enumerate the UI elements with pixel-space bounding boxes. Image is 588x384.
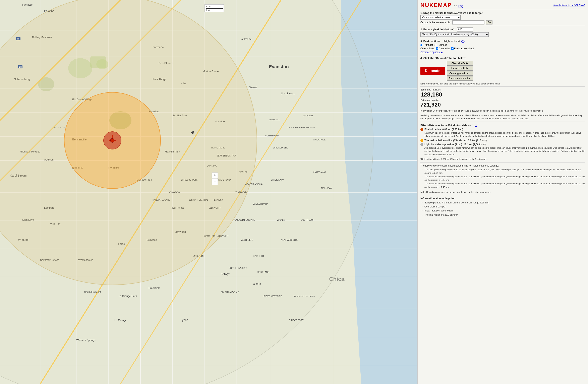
detonate-button[interactable]: Detonate — [420, 67, 445, 75]
thermal-dot — [420, 139, 423, 142]
faq-link[interactable]: FAQ — [458, 5, 463, 8]
advanced-row: Advanced options: ▶ — [420, 51, 585, 54]
yield-input[interactable] — [457, 27, 473, 32]
svg-point-122 — [110, 139, 114, 142]
city-label: Or type in the name of a city: — [420, 21, 451, 24]
fallout-label: Radioactive fallout — [451, 47, 474, 50]
svg-text:+: + — [214, 173, 216, 177]
errors-header: The following errors were encountered tr… — [420, 164, 585, 167]
errors-section: The following errors were encountered tr… — [420, 164, 585, 189]
detonate-row: Detonate Clear all effects Launch multip… — [420, 61, 585, 81]
weapon-select[interactable]: Topol (SS-25) (currently in Russian arse… — [420, 32, 489, 37]
effect-distances-header: Effect distances for a 800 kiloton airbu… — [420, 124, 585, 127]
thermal-title: Thermal radiation radius (35 cal/cm²): 6… — [420, 139, 585, 142]
svg-text:1 mi: 1 mi — [206, 9, 210, 11]
blast-title: Light blast damage radius (1 psi): 18.4 … — [420, 143, 585, 146]
svg-text:2 km: 2 km — [206, 5, 210, 8]
other-effects-row: Other effects: Casualties Radioactive fa… — [420, 47, 585, 50]
app-title-area: NUKEMAP 2.7 FAQ — [420, 2, 463, 8]
step2-label: 2. Enter a yield (in kilotons): — [420, 27, 585, 32]
city-row: Or type in the name of a city: Go — [420, 20, 585, 24]
advanced-toggle[interactable]: Advanced options: ▶ — [420, 51, 443, 54]
step4-label: 4. Click the "Detonate" button below. — [420, 57, 585, 60]
map-container[interactable]: 60 290 Palatine Inverness Rolling Meadow… — [0, 0, 418, 384]
sample-item: Thermal radiation: 27.3 cal/cm² — [424, 213, 585, 217]
error-item: The initial nuclear radiation equation f… — [424, 182, 585, 189]
fireball-desc: Maximum size of the nuclear fireball; re… — [424, 131, 585, 138]
remove-marker-button[interactable]: Remove info marker — [447, 76, 473, 81]
surface-radio[interactable] — [435, 44, 437, 46]
error-item: The initial nuclear radiation equation f… — [424, 175, 585, 182]
sample-item: Initial radiation dose: 0 rem — [424, 209, 585, 213]
injuries-value: 721,920 — [420, 102, 585, 108]
burst-type-row: Airburst Surface — [420, 43, 585, 46]
go-button[interactable]: Go — [486, 20, 492, 24]
modeling-note: Modeling casualties from a nuclear attac… — [420, 114, 585, 120]
effect-distances-toggle[interactable]: ▼ — [475, 124, 477, 127]
sidebar-header: NUKEMAP 2.7 FAQ You might also try: MISS… — [420, 2, 585, 10]
app-title: NUKEMAP — [420, 2, 452, 8]
sample-item: Sample point is 7 km from ground zero (s… — [424, 201, 585, 205]
sidebar: NUKEMAP 2.7 FAQ You might also try: MISS… — [418, 0, 588, 384]
drag-note: Note Note that you can drag the target m… — [420, 82, 585, 85]
svg-text:−: − — [214, 180, 216, 184]
errors-list: The blast pressure equation for 20 psi f… — [420, 168, 585, 189]
launch-multiple-button[interactable]: Launch multiple — [447, 66, 473, 71]
fallout-checkbox[interactable] — [451, 47, 454, 50]
preset-row: Or you can select a preset... — [420, 15, 585, 20]
weapon-row: Topol (SS-25) (currently in Russian arse… — [420, 32, 585, 37]
preset-select[interactable]: Or you can select a preset... — [420, 15, 461, 20]
fireball-dot — [420, 128, 423, 131]
step1-label: 1. Drag the marker to wherever you'd lik… — [420, 11, 585, 14]
thermal-item: Thermal radiation radius (35 cal/cm²): 6… — [420, 139, 585, 142]
blast-desc: At a around 1 psi overpressure, glass wi… — [424, 146, 585, 156]
casualty-desc: In any given 24-hour period, there are o… — [420, 109, 585, 113]
also-try-link[interactable]: You might also try: MISSILEMAP — [553, 4, 585, 6]
sample-item: Overpressure: 4 psi — [424, 205, 585, 209]
error-item: The blast pressure equation for 20 psi f… — [424, 168, 585, 175]
casualties-checkbox[interactable] — [436, 47, 438, 50]
fireball-item: Fireball radius: 0.88 km (2.45 km²) Maxi… — [420, 128, 585, 138]
step3-label: 3. Basic options: Height of burst: (?) — [420, 40, 585, 43]
detonation-note: *Detonation altitude: 2,900 m. (Chosen t… — [420, 158, 585, 161]
casualties-label: Casualties — [436, 47, 450, 50]
airburst-radio[interactable] — [420, 44, 423, 46]
blast-item: Light blast damage radius (1 psi): 18.4 … — [420, 143, 585, 156]
sample-header: Information at sample point: — [420, 197, 585, 200]
fatalities-value: 128,180 — [420, 91, 585, 98]
clear-all-button[interactable]: Clear all effects — [447, 61, 473, 66]
action-buttons: Clear all effects Launch multiple Center… — [447, 61, 473, 81]
injuries-label: Estimated injuries: — [420, 99, 585, 102]
blast-dot — [420, 143, 423, 146]
fireball-title: Fireball radius: 0.88 km (2.45 km²) — [420, 128, 585, 131]
fatalities-label: Estimated fatalities: — [420, 88, 585, 91]
rounding-note: Note: Rounding accounts for any inconsis… — [420, 191, 585, 194]
height-help[interactable]: (?) — [461, 40, 464, 43]
city-input[interactable] — [452, 20, 484, 24]
sample-list: Sample point is 7 km from ground zero (s… — [420, 201, 585, 217]
sample-point-section: Information at sample point: Sample poin… — [420, 197, 585, 217]
center-ground-button[interactable]: Center ground zero — [447, 71, 473, 76]
app-version: 2.7 — [454, 5, 457, 8]
